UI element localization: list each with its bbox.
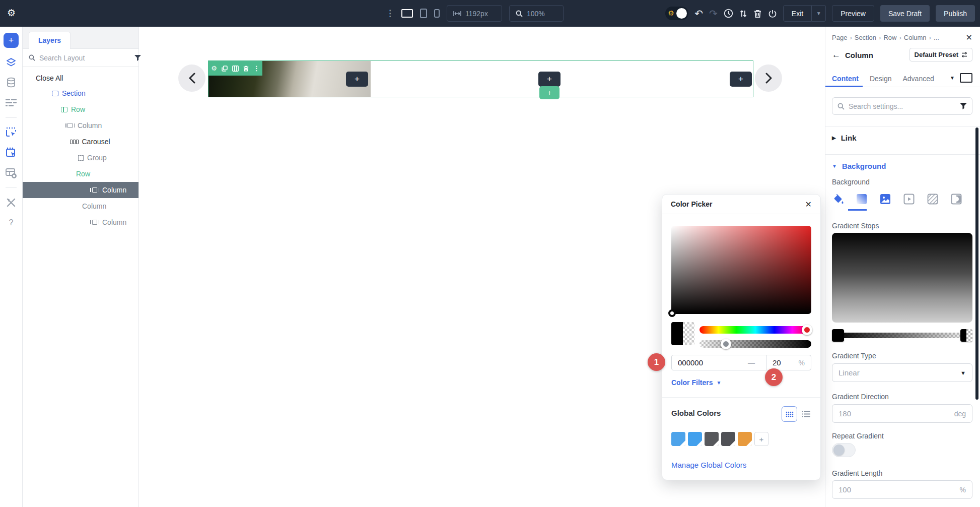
add-element-button[interactable]: + (4, 33, 19, 48)
close-icon[interactable]: ✕ (805, 200, 812, 209)
selected-carousel-row[interactable]: ⚙ ⋮ + + + + (208, 60, 753, 97)
default-preset-button[interactable]: Default Preset (909, 48, 972, 61)
select-element-icon[interactable] (5, 126, 18, 139)
layers-icon[interactable] (5, 56, 18, 69)
sidebar-item-column-selected[interactable]: Column (23, 182, 138, 198)
add-global-color-button[interactable]: + (754, 432, 768, 446)
global-color-swatch[interactable] (705, 432, 719, 446)
gradient-length-field[interactable]: % (832, 480, 972, 499)
exit-button[interactable]: Exit (783, 5, 812, 22)
responsive-monitor-icon[interactable] (960, 73, 972, 83)
gradient-direction-field[interactable]: deg (832, 404, 972, 423)
insert-row-button[interactable]: + (539, 86, 559, 99)
element-trash-icon[interactable] (243, 66, 249, 72)
tablet-view-icon[interactable] (420, 9, 427, 18)
grid-view-icon[interactable] (782, 406, 797, 422)
phone-view-icon[interactable] (434, 9, 440, 18)
power-icon[interactable] (768, 9, 777, 18)
background-pattern-icon[interactable] (927, 193, 939, 205)
breadcrumb-item[interactable]: Column (904, 34, 927, 41)
list-blocks-icon[interactable] (5, 96, 18, 109)
save-draft-button[interactable]: Save Draft (880, 5, 930, 22)
opacity-field[interactable]: % (766, 355, 811, 370)
tab-design[interactable]: Design (870, 75, 892, 83)
section-background[interactable]: ▼ Background (832, 162, 972, 170)
repeat-gradient-toggle[interactable] (832, 443, 856, 457)
tab-advanced[interactable]: Advanced (902, 75, 934, 83)
database-icon[interactable] (5, 76, 18, 89)
gradient-stop-handle-end[interactable] (960, 329, 972, 342)
breadcrumb-ellipsis[interactable]: ... (934, 34, 939, 41)
publish-button[interactable]: Publish (936, 5, 975, 22)
canvas-width-input[interactable] (465, 10, 496, 18)
close-panel-icon[interactable]: ✕ (966, 33, 972, 42)
canvas-zoom-field[interactable] (509, 5, 564, 22)
gradient-stop-handle-start[interactable] (832, 329, 844, 342)
alpha-slider[interactable] (699, 340, 811, 348)
sidebar-item-column[interactable]: Column (23, 117, 138, 134)
canvas-width-field[interactable] (447, 5, 502, 22)
sidebar-item-group[interactable]: Group (23, 150, 138, 166)
undo-icon[interactable]: ↶ (694, 8, 703, 20)
hex-field[interactable]: — (672, 355, 766, 370)
gradient-preview[interactable] (832, 233, 972, 323)
background-transition-icon[interactable] (950, 193, 962, 205)
global-color-swatch[interactable] (671, 432, 685, 446)
select-parent-icon[interactable] (5, 146, 18, 159)
gradient-direction-input[interactable] (838, 409, 954, 418)
element-more-icon[interactable]: ⋮ (253, 65, 260, 72)
gradient-length-input[interactable] (838, 485, 960, 494)
saturation-handle[interactable] (668, 309, 676, 317)
background-color-bucket-icon[interactable] (832, 193, 844, 205)
opacity-input[interactable] (773, 358, 790, 367)
history-clock-icon[interactable] (724, 9, 733, 18)
add-module-button[interactable]: + (538, 72, 561, 87)
more-options-icon[interactable]: ⋮ (386, 8, 394, 19)
help-icon[interactable]: ? (5, 216, 18, 229)
global-color-swatch[interactable] (738, 432, 752, 446)
settings-filter-icon[interactable] (960, 103, 967, 109)
sidebar-item-row[interactable]: Row (23, 101, 138, 117)
element-columns-icon[interactable] (232, 66, 239, 72)
hue-slider[interactable] (699, 326, 811, 334)
background-gradient-icon[interactable] (856, 193, 868, 205)
layers-search-input[interactable] (39, 54, 130, 62)
settings-search-field[interactable] (832, 97, 972, 115)
tab-content[interactable]: Content (832, 75, 859, 83)
breadcrumb-item[interactable]: Row (883, 34, 896, 41)
tabs-caret-icon[interactable]: ▼ (950, 75, 955, 81)
sidebar-item-section[interactable]: Section (23, 85, 138, 101)
close-all-button[interactable]: Close All (23, 67, 138, 85)
gradient-stops-track[interactable] (834, 333, 970, 338)
background-image-icon[interactable] (879, 193, 891, 205)
carousel-prev-button[interactable] (178, 65, 205, 92)
tools-icon[interactable] (5, 196, 18, 209)
preview-button[interactable]: Preview (832, 5, 874, 22)
global-color-swatch[interactable] (688, 432, 702, 446)
element-duplicate-icon[interactable] (222, 66, 228, 72)
settings-search-input[interactable] (849, 102, 956, 110)
section-link[interactable]: ▶ Link (832, 134, 972, 142)
back-arrow-icon[interactable]: ← (832, 50, 841, 60)
sidebar-item-carousel[interactable]: Carousel (23, 134, 138, 150)
desktop-view-icon[interactable] (401, 9, 413, 18)
manage-global-colors-link[interactable]: Manage Global Colors (671, 461, 746, 469)
hue-handle[interactable] (802, 325, 812, 335)
carousel-next-button[interactable] (755, 65, 782, 92)
hex-input[interactable] (678, 358, 718, 367)
tab-layers[interactable]: Layers (29, 32, 71, 49)
global-color-swatch[interactable] (721, 432, 735, 446)
add-module-button[interactable]: + (730, 72, 752, 87)
sidebar-item-column-3[interactable]: Column (23, 198, 138, 214)
breadcrumb-item[interactable]: Page (832, 34, 847, 41)
add-module-button[interactable]: + (346, 72, 368, 87)
exit-caret-icon[interactable]: ▼ (812, 5, 826, 22)
templates-icon[interactable] (5, 166, 18, 179)
trash-icon[interactable] (753, 9, 762, 18)
color-filters-link[interactable]: Color Filters ▼ (671, 378, 721, 387)
element-settings-icon[interactable]: ⚙ (211, 65, 217, 72)
theme-toggle[interactable]: ⚙ (665, 7, 688, 20)
redo-icon[interactable]: ↷ (709, 8, 718, 20)
background-video-icon[interactable] (903, 193, 915, 205)
gradient-type-select[interactable]: Linear ▼ (832, 363, 972, 382)
